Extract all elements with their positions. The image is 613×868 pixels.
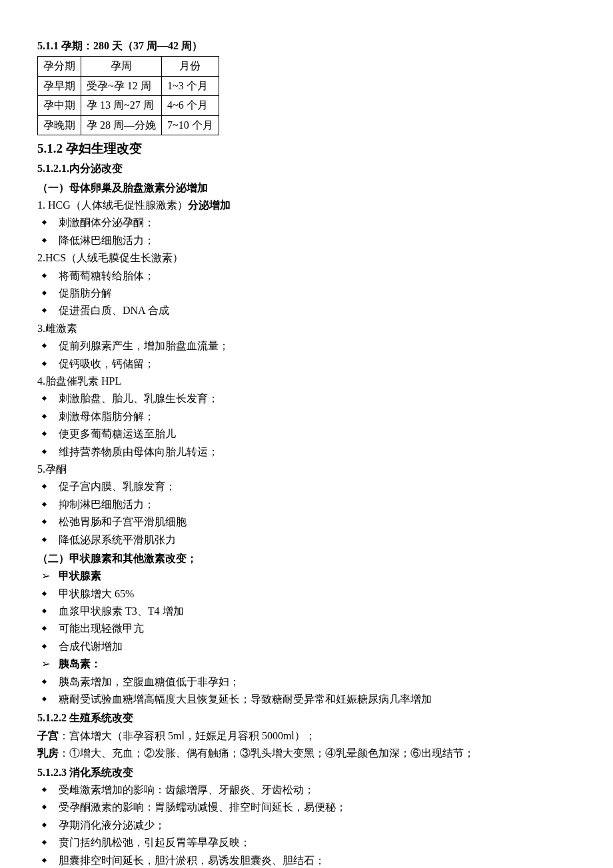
list-item: 血浆甲状腺素 T3、T4 增加 bbox=[37, 603, 576, 620]
list-hcg: 刺激酮体分泌孕酮； 降低淋巴细胞活力； bbox=[37, 214, 576, 249]
list-item: 胰岛素增加，空腹血糖值低于非孕妇； bbox=[37, 673, 576, 691]
para-hpl: 4.胎盘催乳素 HPL bbox=[37, 373, 576, 390]
list-item: 刺激酮体分泌孕酮； bbox=[37, 214, 576, 231]
arrow-list-insulin: 胰岛素： bbox=[37, 655, 576, 673]
list-item: 胆囊排空时间延长，胆汁淤积，易诱发胆囊炎、胆结石； bbox=[37, 852, 576, 868]
table-row: 孕晚期 孕 28 周—分娩 7~10 个月 bbox=[38, 115, 219, 135]
list-item: 将葡萄糖转给胎体； bbox=[37, 267, 576, 285]
table-row: 孕中期 孕 13 周~27 周 4~6 个月 bbox=[38, 96, 219, 115]
text: （人体绒毛促性腺激素） bbox=[71, 199, 188, 211]
heading-5-1-1: 5.1.1 孕期：280 天（37 周—42 周） bbox=[37, 37, 576, 55]
list-item: 促子宫内膜、乳腺发育； bbox=[37, 478, 576, 495]
list-item: 促钙吸收，钙储留； bbox=[37, 355, 576, 373]
list-digestive: 受雌激素增加的影响：齿龈增厚、牙龈炎、牙齿松动； 受孕酮激素的影响：胃肠蠕动减慢… bbox=[37, 781, 576, 868]
arrow-item: 胰岛素： bbox=[37, 655, 576, 673]
list-item: 甲状腺增大 65% bbox=[37, 585, 576, 603]
list-item: 刺激母体脂肪分解； bbox=[37, 408, 576, 425]
list-insulin: 胰岛素增加，空腹血糖值低于非孕妇； 糖耐受试验血糖增高幅度大且恢复延长；导致糖耐… bbox=[37, 673, 576, 709]
list-item: 维持营养物质由母体向胎儿转运； bbox=[37, 443, 576, 461]
list-item: 孕期消化液分泌减少； bbox=[37, 817, 576, 834]
table-header-row: 孕分期 孕周 月份 bbox=[38, 57, 219, 76]
list-item: 使更多葡萄糖运送至胎儿 bbox=[37, 425, 576, 443]
list-estrogen: 促前列腺素产生，增加胎盘血流量； 促钙吸收，钙储留； bbox=[37, 337, 576, 373]
para-estrogen: 3.雌激素 bbox=[37, 320, 576, 337]
list-item: 刺激胎盘、胎儿、乳腺生长发育； bbox=[37, 390, 576, 407]
heading-5-1-2: 5.1.2 孕妇生理改变 bbox=[37, 138, 576, 159]
text: ：①增大、充血；②发胀、偶有触痛；③乳头增大变黑；④乳晕颜色加深；⑥出现结节； bbox=[59, 747, 474, 759]
para-hcs: 2.HCS（人绒毛膜促生长激素） bbox=[37, 249, 576, 267]
text-bold: 子宫 bbox=[37, 730, 59, 741]
heading-5-1-2-3: 5.1.2.3 消化系统改变 bbox=[37, 764, 576, 781]
th-month: 月份 bbox=[162, 57, 219, 76]
text: 1. HCG bbox=[37, 199, 71, 211]
list-item: 糖耐受试验血糖增高幅度大且恢复延长；导致糖耐受异常和妊娠糖尿病几率增加 bbox=[37, 691, 576, 708]
th-week: 孕周 bbox=[81, 57, 162, 76]
arrow-list-thyroid: 甲状腺素 bbox=[37, 567, 576, 585]
heading-5-1-2-2: 5.1.2.2 生殖系统改变 bbox=[37, 709, 576, 727]
section-two-title: （二）甲状腺素和其他激素改变； bbox=[37, 550, 576, 567]
cell: 孕 13 周~27 周 bbox=[81, 96, 162, 115]
list-item: 受孕酮激素的影响：胃肠蠕动减慢、排空时间延长，易便秘； bbox=[37, 799, 576, 816]
cell: 4~6 个月 bbox=[162, 96, 219, 115]
list-item: 促前列腺素产生，增加胎盘血流量； bbox=[37, 337, 576, 355]
list-item: 促脂肪分解 bbox=[37, 285, 576, 302]
list-item: 可能出现轻微甲亢 bbox=[37, 620, 576, 637]
list-item: 受雌激素增加的影响：齿龈增厚、牙龈炎、牙齿松动； bbox=[37, 781, 576, 799]
list-hcs: 将葡萄糖转给胎体； 促脂肪分解 促进蛋白质、DNA 合成 bbox=[37, 267, 576, 320]
pregnancy-period-table: 孕分期 孕周 月份 孕早期 受孕~孕 12 周 1~3 个月 孕中期 孕 13 … bbox=[37, 56, 219, 135]
list-item: 合成代谢增加 bbox=[37, 638, 576, 655]
cell: 7~10 个月 bbox=[162, 115, 219, 135]
list-item: 松弛胃肠和子宫平滑肌细胞 bbox=[37, 513, 576, 531]
th-period: 孕分期 bbox=[38, 57, 81, 76]
table-row: 孕早期 受孕~孕 12 周 1~3 个月 bbox=[38, 76, 219, 95]
cell: 孕早期 bbox=[38, 76, 81, 95]
heading-5-1-2-1: 5.1.2.1.内分泌改变 bbox=[37, 160, 576, 177]
text: ：宫体增大（非孕容积 5ml，妊娠足月容积 5000ml）； bbox=[59, 730, 316, 741]
list-progesterone: 促子宫内膜、乳腺发育； 抑制淋巴细胞活力； 松弛胃肠和子宫平滑肌细胞 降低泌尿系… bbox=[37, 478, 576, 549]
list-item: 促进蛋白质、DNA 合成 bbox=[37, 302, 576, 319]
section-one-title: （一）母体卵巢及胎盘激素分泌增加 bbox=[37, 179, 576, 197]
arrow-item: 甲状腺素 bbox=[37, 567, 576, 585]
list-item: 降低淋巴细胞活力； bbox=[37, 232, 576, 249]
list-thyroid: 甲状腺增大 65% 血浆甲状腺素 T3、T4 增加 可能出现轻微甲亢 合成代谢增… bbox=[37, 585, 576, 656]
para-breast: 乳房：①增大、充血；②发胀、偶有触痛；③乳头增大变黑；④乳晕颜色加深；⑥出现结节… bbox=[37, 745, 576, 762]
para-uterus: 子宫：宫体增大（非孕容积 5ml，妊娠足月容积 5000ml）； bbox=[37, 727, 576, 745]
list-hpl: 刺激胎盘、胎儿、乳腺生长发育； 刺激母体脂肪分解； 使更多葡萄糖运送至胎儿 维持… bbox=[37, 390, 576, 461]
para-hcg: 1. HCG（人体绒毛促性腺激素）分泌增加 bbox=[37, 197, 576, 214]
cell: 1~3 个月 bbox=[162, 76, 219, 95]
cell: 孕中期 bbox=[38, 96, 81, 115]
para-progesterone: 5.孕酮 bbox=[37, 461, 576, 478]
list-item: 贲门括约肌松弛，引起反胃等早孕反映； bbox=[37, 834, 576, 851]
cell: 孕晚期 bbox=[38, 115, 81, 135]
list-item: 降低泌尿系统平滑肌张力 bbox=[37, 531, 576, 549]
text-bold: 乳房 bbox=[37, 747, 59, 759]
cell: 受孕~孕 12 周 bbox=[81, 76, 162, 95]
text-bold: 分泌增加 bbox=[188, 199, 231, 211]
cell: 孕 28 周—分娩 bbox=[81, 115, 162, 135]
list-item: 抑制淋巴细胞活力； bbox=[37, 496, 576, 513]
